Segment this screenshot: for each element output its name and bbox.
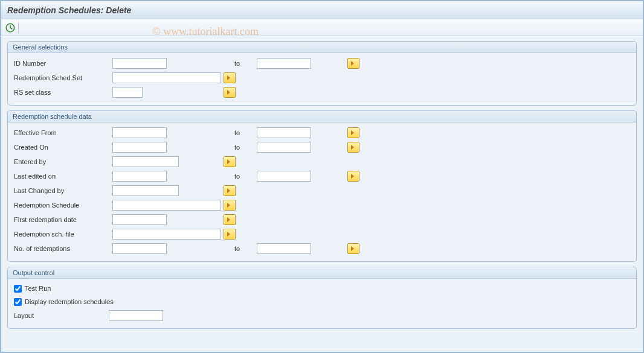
row-no-of-redemptions: No. of redemptions to [13,242,631,255]
label-id-number: ID Number [13,60,112,67]
effective-from-from[interactable] [112,127,167,138]
execute-icon[interactable] [5,22,16,33]
titlebar: Redemption Schedules: Delete [1,1,643,19]
id-number-to[interactable] [257,58,311,69]
multi-select-button[interactable] [347,171,359,182]
multi-select-button[interactable] [347,127,359,138]
no-of-redemptions-to[interactable] [257,243,311,254]
label-last-changed-by: Last Changed by [13,187,112,194]
label-layout: Layout [13,312,109,319]
groupbox-body: ID Number to Redemption Sched.Set [8,53,636,105]
to-label: to [224,129,257,136]
label-entered-by: Entered by [13,158,112,165]
content-area: General selections ID Number to Redempti… [1,36,643,339]
multi-select-button[interactable] [224,214,236,225]
rs-set-class-input[interactable] [112,87,143,98]
groupbox-body: Test Run Display redemption schedules La… [8,279,636,328]
row-redemption-schedule: Redemption Schedule [13,199,631,212]
row-last-changed-by: Last Changed by [13,184,631,197]
display-redemption-checkbox[interactable] [14,298,22,306]
row-id-number: ID Number to [13,57,631,70]
row-redemption-sch-file: Redemption sch. file [13,227,631,241]
label-first-redemption-date: First redemption date [13,216,112,223]
row-rs-set-class: RS set class [13,86,631,99]
row-redemption-sched-set: Redemption Sched.Set [13,71,631,84]
layout-input[interactable] [109,310,163,321]
page-title: Redemption Schedules: Delete [7,5,131,15]
multi-select-button[interactable] [347,243,359,254]
last-changed-by-input[interactable] [112,185,179,196]
label-redemption-sch-file: Redemption sch. file [13,231,112,238]
to-label: to [224,245,257,252]
label-created-on: Created On [13,144,112,151]
last-edited-on-to[interactable] [257,171,311,182]
toolbar [1,19,643,36]
groupbox-header: Output control [8,267,636,279]
label-last-edited-on: Last edited on [13,173,112,180]
multi-select-button[interactable] [224,87,236,98]
row-layout: Layout [13,309,631,322]
label-display-redemption: Display redemption schedules [25,298,114,305]
first-redemption-date-input[interactable] [112,214,167,225]
label-effective-from: Effective From [13,129,112,136]
label-rs-set-class: RS set class [13,89,112,96]
redemption-sch-file-input[interactable] [112,229,221,240]
row-first-redemption-date: First redemption date [13,213,631,226]
multi-select-button[interactable] [224,72,236,83]
multi-select-button[interactable] [347,58,359,69]
created-on-to[interactable] [257,142,311,153]
multi-select-button[interactable] [224,229,236,240]
label-redemption-sched-set: Redemption Sched.Set [13,74,112,81]
redemption-sched-set-input[interactable] [112,72,221,83]
groupbox-header: General selections [8,42,636,53]
sap-window: Redemption Schedules: Delete © www.tutor… [0,0,644,353]
redemption-schedule-input[interactable] [112,200,221,211]
groupbox-output-control: Output control Test Run Display redempti… [7,267,637,329]
multi-select-button[interactable] [347,142,359,153]
row-entered-by: Entered by [13,155,631,168]
row-last-edited-on: Last edited on to [13,170,631,183]
row-effective-from: Effective From to [13,126,631,139]
groupbox-redemption-schedule-data: Redemption schedule data Effective From … [7,110,637,262]
multi-select-button[interactable] [224,185,236,196]
last-edited-on-from[interactable] [112,171,167,182]
entered-by-input[interactable] [112,156,179,167]
groupbox-header: Redemption schedule data [8,111,636,122]
test-run-checkbox[interactable] [14,285,22,293]
label-redemption-schedule: Redemption Schedule [13,202,112,209]
groupbox-body: Effective From to Created On to En [8,122,636,261]
row-created-on: Created On to [13,141,631,154]
multi-select-button[interactable] [224,156,236,167]
row-test-run: Test Run [13,282,631,294]
to-label: to [224,144,257,151]
label-test-run: Test Run [25,285,51,292]
groupbox-general-selections: General selections ID Number to Redempti… [7,41,637,106]
to-label: to [224,60,257,67]
created-on-from[interactable] [112,142,167,153]
toolbar-separator [18,22,19,33]
effective-from-to[interactable] [257,127,311,138]
no-of-redemptions-from[interactable] [112,243,167,254]
to-label: to [224,173,257,180]
row-display-redemption: Display redemption schedules [13,296,631,308]
label-no-of-redemptions: No. of redemptions [13,245,112,252]
id-number-from[interactable] [112,58,167,69]
multi-select-button[interactable] [224,200,236,211]
